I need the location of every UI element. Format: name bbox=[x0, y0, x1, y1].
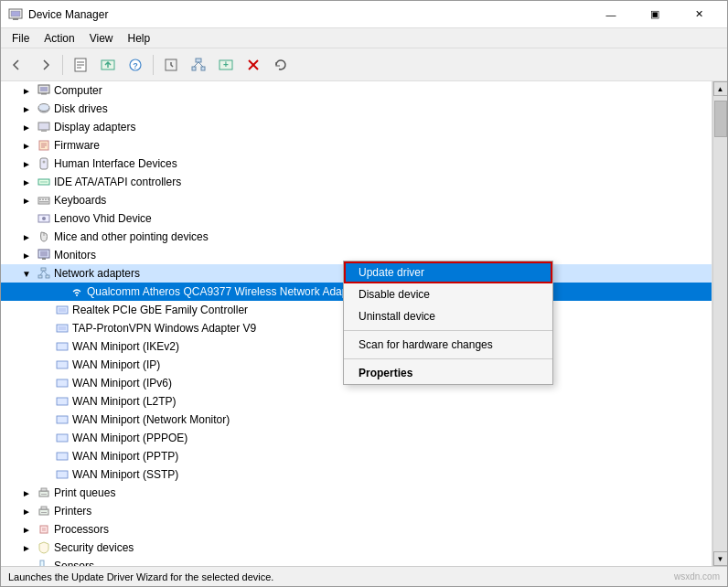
expand-network[interactable]: ▼ bbox=[19, 266, 34, 281]
tree-item-ide[interactable]: ► IDE ATA/ATAPI controllers bbox=[1, 173, 712, 191]
tree-item-display-adapters[interactable]: ► Display adapters bbox=[1, 118, 712, 136]
expand-disk[interactable]: ► bbox=[19, 101, 34, 116]
wan-pppoe-label: WAN Miniport (PPPOE) bbox=[72, 432, 187, 444]
refresh-button[interactable] bbox=[268, 52, 294, 78]
help-button[interactable]: ? bbox=[123, 52, 148, 78]
help-icon: ? bbox=[128, 58, 143, 72]
tree-item-wan-pppoe[interactable]: WAN Miniport (PPPOE) bbox=[1, 429, 712, 447]
menu-file[interactable]: File bbox=[5, 30, 37, 47]
svg-rect-67 bbox=[41, 494, 47, 495]
svg-text:?: ? bbox=[133, 61, 138, 70]
tree-item-print-queues[interactable]: ► Print queues bbox=[1, 484, 712, 502]
svg-rect-46 bbox=[42, 258, 46, 260]
menu-bar: File Action View Help bbox=[1, 28, 727, 48]
computer-label: Computer bbox=[54, 84, 102, 97]
display-adapters-label: Display adapters bbox=[54, 121, 135, 133]
context-menu-separator-2 bbox=[344, 358, 552, 359]
maximize-button[interactable]: ▣ bbox=[634, 1, 676, 28]
context-menu: Update driver Disable device Uninstall d… bbox=[343, 261, 553, 385]
expand-security[interactable]: ► bbox=[19, 540, 34, 555]
wan-icon-sstp bbox=[55, 467, 70, 482]
mice-label: Mice and other pointing devices bbox=[54, 230, 209, 243]
expand-hid[interactable]: ► bbox=[19, 156, 34, 171]
expand-mice[interactable]: ► bbox=[19, 229, 34, 244]
tree-panel[interactable]: ► Computer ► Disk drives ► Disp bbox=[1, 81, 712, 566]
tree-item-processors[interactable]: ► Processors bbox=[1, 520, 712, 539]
tree-item-wan-pptp[interactable]: WAN Miniport (PPTP) bbox=[1, 447, 712, 465]
context-menu-uninstall-device[interactable]: Uninstall device bbox=[344, 305, 552, 327]
properties-button[interactable] bbox=[68, 52, 93, 78]
svg-rect-47 bbox=[41, 268, 46, 271]
add-driver-button[interactable]: + bbox=[213, 52, 239, 78]
wan-icon-ip bbox=[55, 358, 70, 372]
expand-keyboards[interactable]: ► bbox=[19, 193, 34, 208]
expand-firmware[interactable]: ► bbox=[19, 138, 34, 153]
back-button[interactable] bbox=[5, 52, 30, 78]
tree-item-wan-nm[interactable]: WAN Miniport (Network Monitor) bbox=[1, 411, 712, 429]
tree-item-keyboards[interactable]: ► Keyboards bbox=[1, 191, 712, 209]
scroll-thumb[interactable] bbox=[714, 101, 727, 137]
menu-action[interactable]: Action bbox=[37, 30, 81, 47]
qualcomm-label: Qualcomm Atheros QCA9377 Wireless Networ… bbox=[87, 285, 360, 298]
context-menu-disable-device[interactable]: Disable device bbox=[344, 283, 552, 305]
svg-point-24 bbox=[38, 104, 49, 112]
tree-item-sensors[interactable]: ► Sensors bbox=[1, 557, 712, 566]
tree-item-printers[interactable]: ► Printers bbox=[1, 502, 712, 520]
tree-item-firmware[interactable]: ► Firmware bbox=[1, 136, 712, 155]
scroll-down-button[interactable]: ▼ bbox=[713, 551, 728, 566]
expand-printers[interactable]: ► bbox=[19, 504, 34, 518]
scrollbar[interactable]: ▲ ▼ bbox=[712, 81, 727, 566]
menu-view[interactable]: View bbox=[82, 30, 121, 47]
wan-icon-l2tp bbox=[55, 394, 70, 409]
close-button[interactable]: ✕ bbox=[678, 1, 720, 28]
scroll-up-button[interactable]: ▲ bbox=[713, 81, 728, 96]
expand-monitors[interactable]: ► bbox=[19, 248, 34, 262]
tree-item-wan-l2tp[interactable]: WAN Miniport (L2TP) bbox=[1, 392, 712, 411]
update-driver-icon bbox=[101, 58, 115, 72]
svg-rect-58 bbox=[57, 361, 68, 368]
svg-rect-36 bbox=[39, 199, 41, 201]
tree-item-disk-drives[interactable]: ► Disk drives bbox=[1, 100, 712, 118]
svg-rect-26 bbox=[41, 130, 47, 132]
content-area: ► Computer ► Disk drives ► Disp bbox=[1, 81, 727, 566]
update-driver-toolbar-button[interactable] bbox=[95, 52, 121, 78]
tree-item-computer[interactable]: ► Computer bbox=[1, 81, 712, 100]
security-devices-label: Security devices bbox=[54, 541, 134, 554]
expand-processors[interactable]: ► bbox=[19, 522, 34, 537]
wan-ipv6-label: WAN Miniport (IPv6) bbox=[72, 377, 172, 390]
network-icon-button[interactable] bbox=[186, 52, 211, 78]
properties-icon bbox=[73, 58, 88, 72]
svg-rect-21 bbox=[40, 87, 48, 91]
context-menu-properties[interactable]: Properties bbox=[344, 362, 552, 384]
svg-rect-54 bbox=[59, 308, 66, 312]
remove-button[interactable] bbox=[241, 52, 266, 78]
tree-item-lenovo[interactable]: ► Lenovo Vhid Device bbox=[1, 209, 712, 228]
wan-icon-ikev2 bbox=[55, 339, 70, 354]
ide-label: IDE ATA/ATAPI controllers bbox=[54, 176, 181, 188]
window-controls: — ▣ ✕ bbox=[590, 1, 720, 28]
tree-item-hid[interactable]: ► Human Interface Devices bbox=[1, 155, 712, 173]
svg-rect-1 bbox=[11, 11, 20, 16]
context-menu-update-driver[interactable]: Update driver bbox=[344, 261, 552, 283]
scroll-track[interactable] bbox=[713, 96, 728, 551]
tree-item-wan-sstp[interactable]: WAN Miniport (SSTP) bbox=[1, 465, 712, 484]
forward-button[interactable] bbox=[32, 52, 58, 78]
expand-computer[interactable]: ► bbox=[19, 83, 34, 98]
expand-ide[interactable]: ► bbox=[19, 175, 34, 189]
tree-item-security-devices[interactable]: ► Security devices bbox=[1, 539, 712, 557]
processor-icon bbox=[37, 522, 51, 537]
disk-icon bbox=[37, 101, 51, 116]
firmware-label: Firmware bbox=[54, 139, 100, 152]
menu-help[interactable]: Help bbox=[121, 30, 158, 47]
context-menu-scan[interactable]: Scan for hardware changes bbox=[344, 334, 552, 356]
wan-icon-pppoe bbox=[55, 431, 70, 445]
back-icon bbox=[11, 59, 24, 71]
toolbar-separator-1 bbox=[62, 55, 63, 75]
refresh-icon bbox=[273, 58, 288, 72]
expand-print-queues[interactable]: ► bbox=[19, 486, 34, 500]
scan-button[interactable] bbox=[158, 52, 184, 78]
tree-item-mice[interactable]: ► Mice and other pointing devices bbox=[1, 228, 712, 246]
printers-label: Printers bbox=[54, 505, 91, 518]
minimize-button[interactable]: — bbox=[590, 1, 632, 28]
expand-display[interactable]: ► bbox=[19, 120, 34, 134]
